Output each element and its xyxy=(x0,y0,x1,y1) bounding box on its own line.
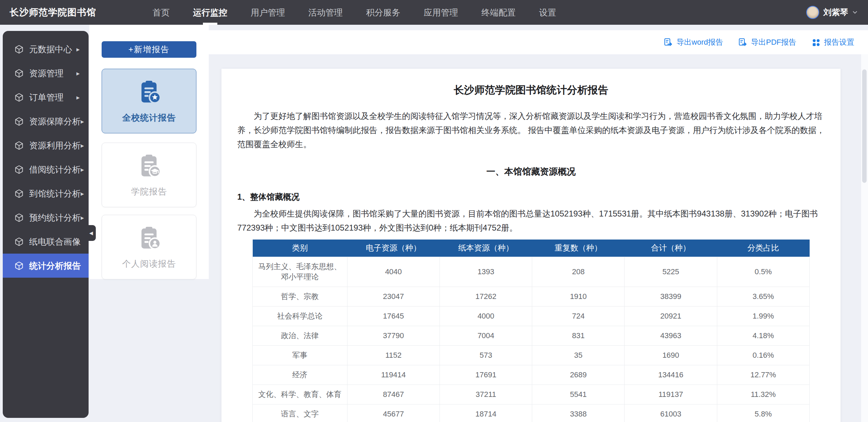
nav-item[interactable]: 积分服务 xyxy=(354,0,412,25)
chevron-right-icon: ▸ xyxy=(81,166,84,174)
cell-category: 社会科学总论 xyxy=(253,306,347,326)
cell-total: 38399 xyxy=(625,287,717,306)
cube-icon xyxy=(14,69,24,78)
sidebar-item[interactable]: 到馆统计分析 ▸ xyxy=(3,181,89,206)
scrollbar-thumb[interactable] xyxy=(862,69,867,183)
card-school-report[interactable]: 全校统计报告 xyxy=(102,69,196,133)
nav-item-label: 活动管理 xyxy=(308,7,343,18)
cell-duplicates: 831 xyxy=(532,326,625,345)
cube-icon xyxy=(14,141,24,150)
cell-percentage: 1.99% xyxy=(717,306,809,326)
cell-total: 134416 xyxy=(625,365,717,385)
sidebar-item-label: 统计分析报告 xyxy=(29,260,81,271)
new-report-button[interactable]: +新增报告 xyxy=(102,41,196,58)
chevron-right-icon: ▸ xyxy=(76,69,80,77)
report-graduation-icon xyxy=(136,153,162,180)
cell-total: 43963 xyxy=(625,326,717,345)
report-settings-label: 报告设置 xyxy=(824,37,854,47)
section-heading: 一、本馆馆藏资源概况 xyxy=(237,166,825,178)
cell-category: 政治、法律 xyxy=(253,326,347,345)
collection-stats-table: 类别 电子资源（种） 纸本资源（种） 重复数（种） 合计（种） 分类占比 马列主… xyxy=(252,240,810,422)
cube-icon xyxy=(14,261,24,270)
sidebar-item-label: 订单管理 xyxy=(29,92,76,103)
column-header: 分类占比 xyxy=(717,240,809,257)
cell-paper: 1393 xyxy=(439,257,532,287)
cell-paper: 17262 xyxy=(439,287,532,306)
export-pdf-button[interactable]: 导出PDF报告 xyxy=(738,37,796,47)
sidebar-item[interactable]: 元数据中心 ▸ xyxy=(3,37,89,61)
chevron-right-icon: ▸ xyxy=(81,142,84,149)
cube-icon xyxy=(14,189,24,198)
nav-item[interactable]: 活动管理 xyxy=(297,0,354,25)
chevron-right-icon: ▸ xyxy=(81,190,84,198)
cell-total: 119137 xyxy=(625,385,717,404)
cell-percentage: 0.16% xyxy=(717,345,809,365)
cell-paper: 18714 xyxy=(439,404,532,422)
table-row: 哲学、宗教 23047 17262 1910 38399 3.65% xyxy=(253,287,810,306)
sidebar-item[interactable]: 资源管理 ▸ xyxy=(3,61,89,85)
table-row: 马列主义、毛泽东思想、邓小平理论 4040 1393 208 5225 0.5% xyxy=(253,257,810,287)
cell-electronic: 1152 xyxy=(347,345,439,365)
cell-electronic: 4040 xyxy=(347,257,439,287)
nav-item[interactable]: 首页 xyxy=(141,0,181,25)
cell-percentage: 11.32% xyxy=(717,385,809,404)
cell-percentage: 0.5% xyxy=(717,257,809,287)
nav-item[interactable]: 终端配置 xyxy=(470,0,527,25)
report-title: 长沙师范学院图书馆统计分析报告 xyxy=(237,83,825,97)
user-menu[interactable]: 刘紫琴 xyxy=(806,6,868,19)
cell-duplicates: 3388 xyxy=(532,404,625,422)
cell-paper: 7004 xyxy=(439,326,532,345)
grid-dots-icon xyxy=(811,38,821,47)
cell-duplicates: 208 xyxy=(532,257,625,287)
cell-duplicates: 5541 xyxy=(532,385,625,404)
card-personal-reading-report[interactable]: 个人阅读报告 xyxy=(102,215,196,279)
report-settings-button[interactable]: 报告设置 xyxy=(811,37,854,47)
sidebar-item-label: 到馆统计分析 xyxy=(29,188,81,199)
export-word-button[interactable]: 导出word报告 xyxy=(664,37,723,47)
cell-duplicates: 1910 xyxy=(532,287,625,306)
nav-item[interactable]: 设置 xyxy=(527,0,568,25)
user-name: 刘紫琴 xyxy=(823,7,848,18)
cell-category: 马列主义、毛泽东思想、邓小平理论 xyxy=(253,257,347,287)
table-row: 政治、法律 37790 7004 831 43963 4.18% xyxy=(253,326,810,345)
report-toolbar: 导出word报告 导出PDF报告 报告设置 xyxy=(209,30,868,54)
nav-item-label: 运行监控 xyxy=(193,7,227,18)
sidebar-item[interactable]: 资源保障分析 ▸ xyxy=(3,109,89,133)
report-star-icon xyxy=(136,79,162,106)
cell-category: 经济 xyxy=(253,365,347,385)
sidebar-item[interactable]: 纸电联合画像 ▸ xyxy=(3,230,89,254)
sidebar-collapse-handle[interactable]: ◀ xyxy=(87,225,96,241)
sidebar-item[interactable]: 统计分析报告 ▸ xyxy=(3,254,89,278)
nav-item-label: 应用管理 xyxy=(424,7,458,18)
column-header: 合计（种） xyxy=(625,240,717,257)
sidebar-item[interactable]: 借阅统计分析 ▸ xyxy=(3,157,89,181)
main-nav: 首页 运行监控 用户管理 活动管理 积分服务 应用管理 终端配置 设置 xyxy=(141,0,568,25)
cell-paper: 17691 xyxy=(439,365,532,385)
card-label: 学院报告 xyxy=(131,186,167,197)
nav-item-label: 用户管理 xyxy=(251,7,285,18)
cube-icon xyxy=(14,117,24,126)
cell-category: 文化、科学、教育、体育 xyxy=(253,385,347,404)
card-label: 个人阅读报告 xyxy=(122,258,176,269)
cube-icon xyxy=(14,213,24,222)
scrollbar-track[interactable] xyxy=(861,54,868,422)
subsection-heading: 1、整体馆藏概况 xyxy=(237,191,825,202)
sidebar-item[interactable]: 预约统计分析 ▸ xyxy=(3,206,89,230)
sidebar-item-label: 资源利用分析 xyxy=(29,140,81,151)
card-label: 全校统计报告 xyxy=(122,112,176,123)
export-doc-icon xyxy=(664,38,673,47)
export-pdf-label: 导出PDF报告 xyxy=(751,37,796,47)
nav-item-label: 首页 xyxy=(152,7,170,18)
sidebar-item[interactable]: 订单管理 ▸ xyxy=(3,85,89,109)
nav-item-label: 设置 xyxy=(539,7,556,18)
nav-item-label: 终端配置 xyxy=(481,7,516,18)
card-college-report[interactable]: 学院报告 xyxy=(102,143,196,207)
nav-item[interactable]: 用户管理 xyxy=(239,0,297,25)
user-avatar xyxy=(806,6,819,19)
cell-percentage: 5.8% xyxy=(717,404,809,422)
nav-item[interactable]: 运行监控 xyxy=(181,0,239,25)
table-row: 经济 119414 17691 2689 134416 12.77% xyxy=(253,365,810,385)
sidebar-item[interactable]: 资源利用分析 ▸ xyxy=(3,133,89,157)
nav-item[interactable]: 应用管理 xyxy=(412,0,470,25)
export-word-label: 导出word报告 xyxy=(676,37,723,47)
